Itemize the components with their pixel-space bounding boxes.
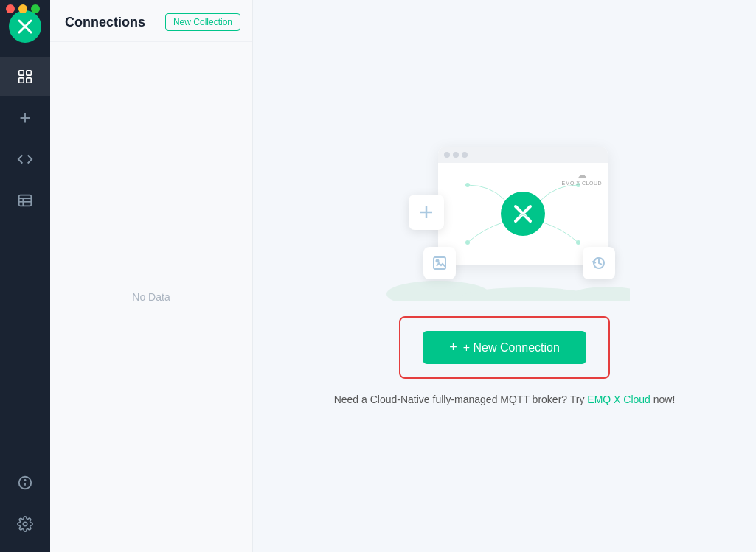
sidebar-item-settings[interactable] xyxy=(0,505,50,543)
logo-icon xyxy=(15,17,35,36)
svg-rect-8 xyxy=(19,195,32,206)
window-controls xyxy=(0,0,50,12)
emqx-cloud-link[interactable]: EMQ X Cloud xyxy=(587,394,651,405)
browser-dot-2 xyxy=(453,152,459,158)
browser-window: ☁ EMQ X CLOUD xyxy=(438,147,608,265)
svg-rect-3 xyxy=(27,71,31,75)
sidebar-item-connections[interactable] xyxy=(0,57,50,96)
sidebar-nav xyxy=(0,50,50,464)
browser-dot-1 xyxy=(444,152,450,158)
float-card-plus xyxy=(409,195,444,230)
cloud-mist-svg xyxy=(379,265,630,301)
sidebar-item-add[interactable] xyxy=(0,99,50,137)
new-connection-button[interactable]: + + New Connection xyxy=(423,331,586,364)
bottom-text-before: Need a Cloud-Native fully-managed MQTT b… xyxy=(334,394,588,405)
cloud-icon: ☁ xyxy=(561,169,602,181)
action-box: + + New Connection xyxy=(399,316,610,379)
sidebar-item-info[interactable] xyxy=(0,464,50,502)
main-content: ☁ EMQ X CLOUD xyxy=(253,0,756,552)
browser-body: ☁ EMQ X CLOUD xyxy=(438,163,608,265)
info-icon xyxy=(17,475,33,491)
svg-rect-5 xyxy=(27,78,31,83)
svg-point-20 xyxy=(521,198,525,202)
new-connection-label: + New Connection xyxy=(463,341,560,354)
maximize-button[interactable] xyxy=(31,4,40,13)
bottom-text-after: now! xyxy=(651,394,675,405)
connections-title: Connections xyxy=(65,15,145,30)
sidebar-bottom xyxy=(0,464,50,552)
svg-point-15 xyxy=(23,522,27,526)
emqx-cloud-text: EMQ X CLOUD xyxy=(561,181,602,186)
emqx-cloud-label: ☁ EMQ X CLOUD xyxy=(561,169,602,186)
no-data-text: No Data xyxy=(132,291,170,303)
close-button[interactable] xyxy=(6,4,15,13)
svg-rect-4 xyxy=(19,78,24,83)
sidebar xyxy=(0,0,50,552)
sidebar-item-code[interactable] xyxy=(0,140,50,178)
sidebar-item-data[interactable] xyxy=(0,181,50,220)
new-collection-button[interactable]: New Collection xyxy=(165,13,240,31)
no-data-label: No Data xyxy=(50,42,252,552)
code-icon xyxy=(17,151,33,167)
left-panel-header: Connections New Collection xyxy=(50,0,252,42)
add-icon xyxy=(17,110,33,126)
bottom-text: Need a Cloud-Native fully-managed MQTT b… xyxy=(334,394,676,405)
plus-icon-small xyxy=(418,204,434,220)
left-panel: Connections New Collection No Data xyxy=(50,0,253,552)
svg-rect-2 xyxy=(19,71,24,75)
illustration: ☁ EMQ X CLOUD xyxy=(386,147,623,294)
connections-icon xyxy=(17,69,33,85)
svg-point-26 xyxy=(437,260,439,262)
logo-circle xyxy=(9,10,41,43)
minimize-button[interactable] xyxy=(18,4,27,13)
svg-point-30 xyxy=(571,287,630,301)
plus-icon: + xyxy=(449,340,457,355)
browser-dot-3 xyxy=(462,152,468,158)
data-icon xyxy=(17,192,33,209)
browser-titlebar xyxy=(438,147,608,163)
settings-icon xyxy=(17,516,33,532)
